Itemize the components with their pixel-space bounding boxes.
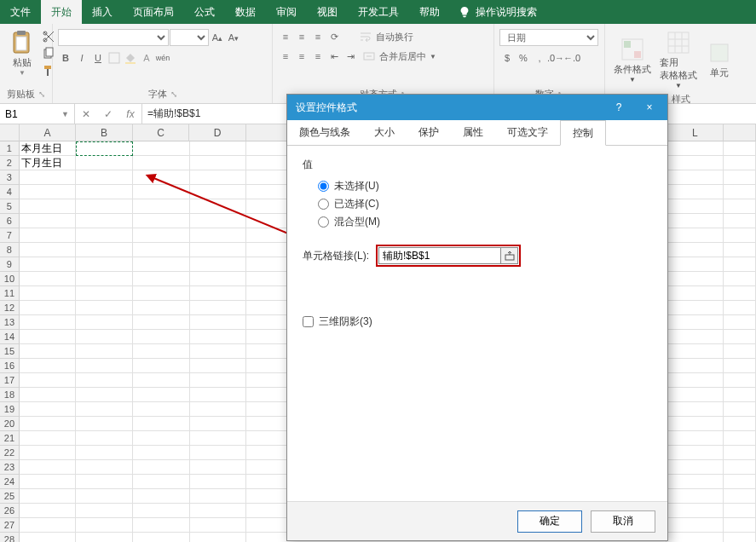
cell[interactable] bbox=[667, 344, 724, 359]
cell[interactable] bbox=[133, 272, 190, 286]
cell[interactable] bbox=[76, 243, 133, 257]
number-format-select[interactable]: 日期 bbox=[499, 29, 598, 46]
cell[interactable] bbox=[724, 228, 756, 243]
row-header[interactable]: 4 bbox=[0, 185, 20, 199]
cell[interactable] bbox=[724, 170, 756, 185]
cell[interactable] bbox=[133, 402, 190, 417]
cell[interactable] bbox=[20, 214, 77, 228]
cell[interactable] bbox=[76, 286, 133, 301]
dlg-tab-alt-text[interactable]: 可选文字 bbox=[495, 120, 560, 145]
cell[interactable] bbox=[133, 431, 190, 446]
cell[interactable] bbox=[20, 185, 77, 199]
radio-mixed[interactable]: 混合型(M) bbox=[318, 215, 652, 229]
cell[interactable] bbox=[133, 156, 190, 170]
tab-data[interactable]: 数据 bbox=[225, 0, 266, 24]
row-header[interactable]: 15 bbox=[0, 344, 20, 359]
cell[interactable] bbox=[190, 417, 247, 431]
cell[interactable] bbox=[133, 373, 190, 388]
cell[interactable] bbox=[133, 489, 190, 504]
row-header[interactable]: 27 bbox=[0, 518, 20, 533]
cell[interactable]: 本月生日 bbox=[20, 141, 77, 156]
cell[interactable] bbox=[76, 214, 133, 228]
cell[interactable] bbox=[667, 272, 724, 286]
row-header[interactable]: 7 bbox=[0, 228, 20, 243]
name-box-dropdown-icon[interactable]: ▼ bbox=[61, 110, 69, 118]
cell[interactable] bbox=[76, 330, 133, 344]
col-header[interactable]: A bbox=[20, 124, 77, 141]
bold-button[interactable]: B bbox=[58, 50, 73, 66]
cell[interactable] bbox=[724, 475, 756, 489]
range-picker-button[interactable] bbox=[501, 247, 518, 264]
cell[interactable] bbox=[133, 359, 190, 373]
cell[interactable] bbox=[667, 301, 724, 315]
cell[interactable] bbox=[667, 388, 724, 402]
font-size-select[interactable] bbox=[170, 29, 209, 46]
cell[interactable] bbox=[133, 388, 190, 402]
italic-button[interactable]: I bbox=[74, 50, 89, 66]
cell[interactable] bbox=[20, 518, 77, 533]
dlg-tab-size[interactable]: 大小 bbox=[362, 120, 407, 145]
cell[interactable] bbox=[20, 533, 77, 542]
row-header[interactable]: 20 bbox=[0, 417, 20, 431]
align-middle-button[interactable]: ≡ bbox=[294, 29, 309, 44]
cell[interactable] bbox=[724, 504, 756, 518]
row-header[interactable]: 24 bbox=[0, 475, 20, 489]
cell[interactable] bbox=[190, 141, 247, 156]
cell-styles-button[interactable]: 单元 bbox=[702, 37, 736, 81]
cell[interactable] bbox=[20, 330, 77, 344]
cell[interactable] bbox=[20, 359, 77, 373]
cell[interactable] bbox=[76, 417, 133, 431]
cell[interactable] bbox=[76, 460, 133, 475]
cell[interactable] bbox=[667, 199, 724, 214]
cell[interactable] bbox=[667, 156, 724, 170]
cell[interactable] bbox=[667, 533, 724, 542]
cell[interactable] bbox=[190, 504, 247, 518]
cell[interactable] bbox=[667, 315, 724, 330]
cell[interactable] bbox=[724, 315, 756, 330]
col-header[interactable]: D bbox=[189, 124, 246, 141]
cell[interactable] bbox=[667, 460, 724, 475]
cell[interactable] bbox=[190, 518, 247, 533]
tab-review[interactable]: 审阅 bbox=[266, 0, 307, 24]
dlg-tab-control[interactable]: 控制 bbox=[560, 120, 606, 146]
cell[interactable] bbox=[190, 301, 247, 315]
cell[interactable] bbox=[133, 141, 190, 156]
cell[interactable] bbox=[667, 214, 724, 228]
cell[interactable] bbox=[133, 214, 190, 228]
cell[interactable] bbox=[20, 243, 77, 257]
cell[interactable] bbox=[724, 533, 756, 542]
conditional-format-button[interactable]: 条件格式▼ bbox=[610, 34, 655, 85]
cell[interactable] bbox=[724, 359, 756, 373]
cell[interactable] bbox=[667, 446, 724, 460]
cell[interactable] bbox=[133, 257, 190, 272]
cell[interactable] bbox=[133, 301, 190, 315]
tab-home[interactable]: 开始 bbox=[41, 0, 82, 24]
radio-selected[interactable]: 已选择(C) bbox=[318, 197, 652, 211]
cell[interactable] bbox=[76, 185, 133, 199]
row-header[interactable]: 26 bbox=[0, 504, 20, 518]
radio-selected-input[interactable] bbox=[318, 199, 329, 210]
radio-unselected[interactable]: 未选择(U) bbox=[318, 179, 652, 193]
cell[interactable] bbox=[76, 504, 133, 518]
cell[interactable] bbox=[667, 257, 724, 272]
cell[interactable] bbox=[724, 243, 756, 257]
cell[interactable] bbox=[724, 518, 756, 533]
shadow-checkbox[interactable] bbox=[303, 316, 314, 327]
cell[interactable] bbox=[667, 185, 724, 199]
radio-unselected-input[interactable] bbox=[318, 181, 329, 192]
dlg-tab-properties[interactable]: 属性 bbox=[451, 120, 495, 145]
shadow-checkbox-row[interactable]: 三维阴影(3) bbox=[303, 314, 652, 329]
cell[interactable] bbox=[20, 475, 77, 489]
cell[interactable] bbox=[667, 330, 724, 344]
col-header[interactable]: C bbox=[133, 124, 190, 141]
tab-file[interactable]: 文件 bbox=[0, 0, 41, 24]
font-launcher[interactable]: ⤡ bbox=[170, 89, 177, 99]
font-color-button[interactable]: A bbox=[139, 50, 154, 66]
cell[interactable] bbox=[190, 489, 247, 504]
cell[interactable] bbox=[724, 185, 756, 199]
border-button[interactable] bbox=[107, 50, 122, 66]
cell[interactable] bbox=[724, 373, 756, 388]
tab-help[interactable]: 帮助 bbox=[409, 0, 450, 24]
cell[interactable] bbox=[133, 533, 190, 542]
cell[interactable] bbox=[190, 402, 247, 417]
